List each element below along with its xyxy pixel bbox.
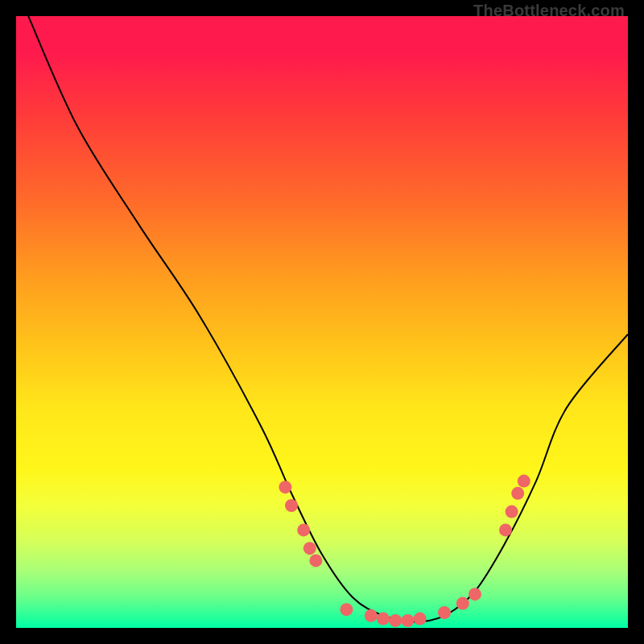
- data-point: [285, 499, 298, 512]
- data-point: [303, 542, 316, 555]
- data-point: [279, 481, 291, 493]
- data-point: [518, 475, 530, 488]
- data-point: [340, 603, 353, 616]
- data-point: [469, 588, 481, 601]
- data-point: [511, 487, 524, 500]
- data-point: [414, 613, 427, 625]
- data-point: [401, 614, 414, 627]
- plot-area: [16, 16, 628, 628]
- data-point: [389, 614, 402, 627]
- chart-stage: TheBottleneck.com: [0, 0, 644, 644]
- bottleneck-curve: [28, 16, 628, 621]
- data-point: [456, 597, 469, 610]
- data-point: [309, 554, 322, 567]
- data-point: [506, 506, 518, 518]
- watermark-label: TheBottleneck.com: [473, 2, 625, 20]
- data-point: [297, 523, 310, 536]
- data-point: [377, 613, 390, 625]
- chart-svg: [16, 16, 628, 628]
- data-points-group: [279, 475, 530, 627]
- data-point: [438, 606, 451, 619]
- data-point: [499, 523, 512, 536]
- data-point: [365, 609, 378, 622]
